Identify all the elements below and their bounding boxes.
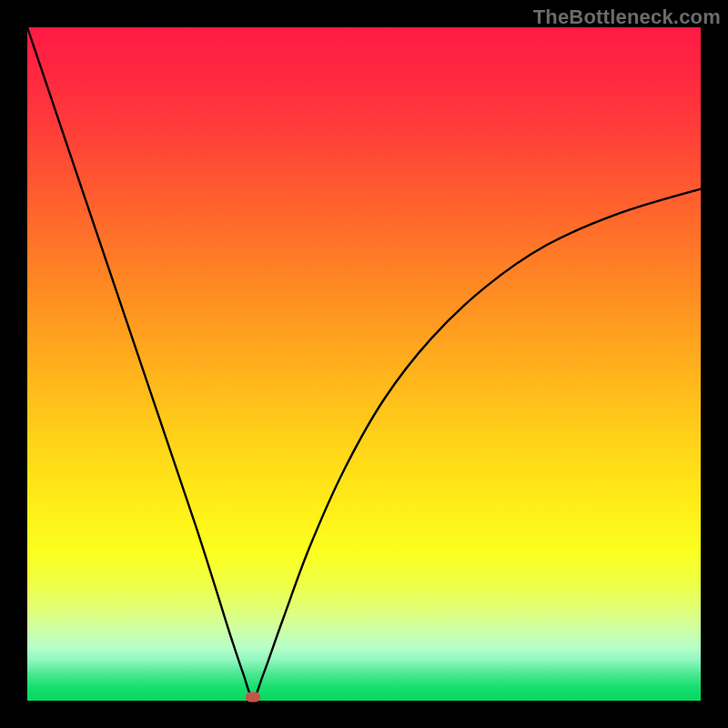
optimal-marker [246,693,260,703]
bottleneck-curve-path [27,27,701,697]
chart-frame: TheBottleneck.com [0,0,728,728]
watermark-text: TheBottleneck.com [533,5,721,29]
plot-area [27,27,701,701]
curve-svg [27,27,701,701]
